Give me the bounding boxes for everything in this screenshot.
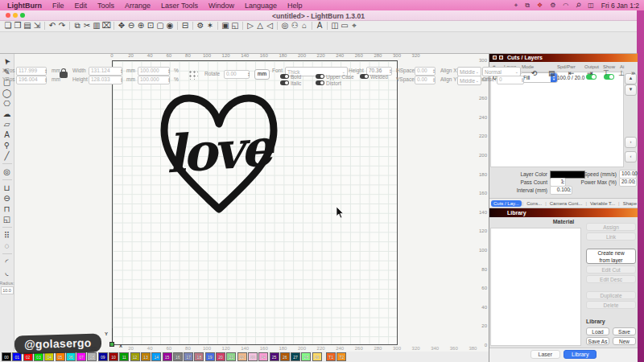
wifi-icon[interactable]: ◠ (563, 2, 568, 9)
window-split-icon[interactable]: ▭ (340, 22, 349, 30)
palette-swatch-18[interactable]: 18 (194, 352, 204, 361)
palette-swatch-25[interactable]: 25 (270, 352, 279, 361)
camera-icon[interactable]: ◉ (165, 22, 175, 30)
select-tool[interactable]: ➤ (1, 56, 13, 67)
hspace-stepper[interactable] (433, 66, 438, 75)
interval-stepper[interactable] (569, 185, 574, 194)
palette-swatch-00[interactable]: 00 (2, 352, 11, 361)
upper-case-toggle[interactable] (316, 74, 324, 79)
weld-tool[interactable]: ⊔ (4, 183, 10, 193)
zoom-out-icon[interactable]: ⊖ (126, 22, 136, 30)
palette-swatch-22[interactable]: 22 (237, 352, 247, 361)
palette-swatch-06[interactable]: 06 (66, 352, 76, 361)
duplicate-button[interactable]: Duplicate (586, 291, 636, 299)
panel-tab-1[interactable]: Cons... (524, 200, 544, 207)
polygon-tool[interactable]: ⎔ (3, 98, 10, 109)
xpos-stepper[interactable] (45, 66, 50, 75)
height-field[interactable]: 128.033 (89, 76, 122, 84)
pan-icon[interactable]: ✥ (117, 22, 126, 30)
boolean-subtract-tool[interactable]: ⊖ (3, 193, 10, 204)
home-icon[interactable]: ⌂ (299, 22, 309, 30)
boolean-difference-tool[interactable]: ◱ (3, 214, 10, 224)
width-pct-field[interactable]: 100.000 (138, 67, 170, 76)
text-height-icon[interactable]: A (315, 22, 324, 30)
panel-tab-2[interactable]: Camera Cont... (547, 200, 585, 207)
snap-icon[interactable]: ⌖ (349, 22, 359, 30)
italic-toggle[interactable] (280, 80, 289, 85)
origin-icon[interactable]: ◎ (280, 22, 290, 30)
shape-tool[interactable]: ☁ (3, 109, 11, 119)
edit-desc-button[interactable]: Edit Desc (586, 275, 636, 283)
group-icon[interactable]: ▣ (221, 22, 230, 30)
anchor-grid[interactable] (188, 69, 198, 80)
dock-window-icon[interactable]: ◫ (330, 22, 340, 30)
link-button[interactable]: Link (586, 232, 636, 241)
palette-swatch-15[interactable]: 15 (163, 352, 172, 361)
menu-item-lightburn[interactable]: LightBurn (7, 2, 42, 10)
zoom-frame-icon[interactable]: ⊡ (146, 22, 155, 30)
menu-item-window[interactable]: Window (208, 2, 234, 10)
cuts-layers-header[interactable]: Cuts / Layers (489, 53, 638, 62)
height-pct-field[interactable]: 100.000 (138, 76, 170, 84)
palette-swatch-28[interactable]: 28 (301, 352, 311, 361)
palette-swatch-16[interactable]: 16 (173, 352, 183, 361)
load-button[interactable]: Load (586, 327, 609, 335)
ungroup-icon[interactable]: ◱ (230, 22, 240, 30)
palette-swatch-23[interactable]: 23 (248, 352, 258, 361)
edit-nodes-tool[interactable]: ▱ (4, 119, 10, 130)
preview-icon[interactable]: ⊟ (180, 22, 190, 30)
delete-button[interactable]: Delete (586, 301, 636, 309)
settings-gear-icon[interactable]: ⚙ (550, 2, 555, 9)
send-laser-icon[interactable]: ▷ (246, 22, 255, 30)
offset-shapes-tool[interactable]: ◎ (3, 167, 10, 177)
open-file-icon[interactable]: ❐ (13, 22, 23, 30)
palette-swatch-20[interactable]: 20 (216, 352, 225, 361)
edit-cut-button[interactable]: Edit Cut (586, 265, 636, 274)
grid-array-tool[interactable]: ⠿ (4, 230, 10, 241)
welded-toggle[interactable] (360, 74, 369, 79)
ypos-stepper[interactable] (45, 75, 50, 84)
palette-swatch-11[interactable]: 11 (119, 352, 129, 361)
align-left-icon[interactable]: ⇤ (568, 70, 575, 77)
assign-button[interactable]: Assign (586, 223, 636, 231)
frame-laser-icon[interactable]: △ (255, 22, 265, 30)
device-settings-icon[interactable]: ✶ (205, 22, 215, 30)
width-stepper[interactable] (121, 66, 126, 75)
menu-item-laser-tools[interactable]: Laser Tools (161, 2, 198, 10)
tab-laser[interactable]: Laser (530, 350, 561, 359)
heart-design[interactable]: love (159, 90, 279, 217)
chamfer-tool[interactable]: ◟ (6, 267, 9, 278)
toolbar-overflow-icon[interactable]: » (631, 70, 635, 77)
rotate-field[interactable]: 0.00 (224, 70, 250, 79)
palette-swatch-04[interactable]: 04 (44, 352, 54, 361)
menu-item-edit[interactable]: Edit (75, 2, 88, 10)
run-laser-icon[interactable]: ◁ (265, 22, 275, 30)
font-height-stepper[interactable] (390, 66, 394, 75)
paste-icon[interactable]: ▥ (92, 22, 101, 30)
new-file-icon[interactable]: ❏ (3, 22, 13, 30)
panel-tab-0[interactable]: Cuts / Lay... (491, 200, 522, 207)
spotlight-search-icon[interactable]: ⚲ (574, 2, 582, 10)
pass-count-stepper[interactable] (563, 177, 568, 186)
height-stepper[interactable] (121, 75, 126, 84)
round-corner-tool[interactable]: ◜ (6, 257, 9, 267)
palette-swatch-21[interactable]: 21 (226, 352, 236, 361)
menu-item-file[interactable]: File (52, 2, 64, 10)
library-header[interactable]: Library (489, 208, 638, 217)
palette-swatch-27[interactable]: 27 (291, 352, 300, 361)
units-mm-button[interactable]: mm (254, 69, 270, 80)
position-pin-tool[interactable]: ⚲ (4, 140, 10, 150)
palette-swatch-T1[interactable]: T1 (326, 352, 336, 361)
print-icon[interactable]: ▤ (548, 70, 555, 77)
circular-array-tool[interactable]: ◌ (5, 241, 10, 251)
power-max-stepper[interactable] (634, 177, 638, 186)
offset-field[interactable]: 0 (497, 76, 524, 84)
ypos-field[interactable]: 196.004 (16, 76, 47, 84)
menu-item-help[interactable]: Help (287, 2, 303, 10)
palette-swatch-14[interactable]: 14 (151, 352, 161, 361)
measure-tool[interactable]: ╱ (4, 150, 9, 161)
save-as-button[interactable]: Save As (586, 337, 609, 345)
palette-swatch-29[interactable]: 29 (312, 352, 322, 361)
copy-icon[interactable]: ⧉ (72, 22, 82, 30)
panel-tab-4[interactable]: Shape Properti... (621, 200, 638, 207)
